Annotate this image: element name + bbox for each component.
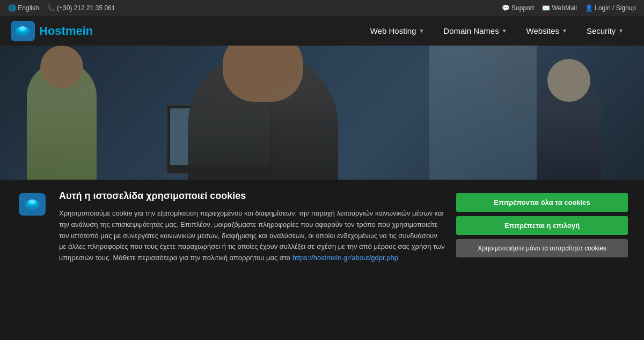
main-nav: Hostmein Web Hosting ▼ Domain Names ▼ We…: [0, 16, 644, 46]
essential-only-button[interactable]: Χρησιμοποιήστε μόνο τα απαραίτητα cookie…: [456, 239, 628, 257]
logo-area[interactable]: Hostmein: [11, 21, 93, 41]
cookie-banner: Αυτή η ιστοσελίδα χρησιμοποιεί cookies Χ…: [0, 180, 644, 340]
user-icon: 👤: [585, 4, 593, 12]
cookie-title: Αυτή η ιστοσελίδα χρησιμοποιεί cookies: [59, 190, 445, 202]
nav-security[interactable]: Security ▼: [577, 16, 633, 46]
globe-icon: 🌐: [8, 4, 16, 12]
cookie-content: Αυτή η ιστοσελίδα χρησιμοποιεί cookies Χ…: [59, 190, 445, 329]
chevron-down-icon: ▼: [502, 28, 507, 34]
gdpr-link[interactable]: https://hostmein.gr/about/gdpr.php: [292, 254, 398, 262]
chevron-down-icon: ▼: [618, 28, 624, 34]
email-icon: ✉️: [542, 4, 550, 12]
accept-selection-button[interactable]: Επιτρέπεται η επιλογή: [456, 216, 628, 235]
nav-menu: Web Hosting ▼ Domain Names ▼ Websites ▼ …: [361, 16, 633, 46]
logo-text: Hostmein: [39, 24, 93, 38]
phone-number: 📞 (+30) 212 21 35 061: [47, 4, 115, 12]
chevron-down-icon: ▼: [419, 28, 424, 34]
hostmein-logo-svg: [13, 24, 32, 39]
hero-image: [0, 46, 644, 180]
nav-web-hosting[interactable]: Web Hosting ▼: [361, 16, 434, 46]
nav-domain-names[interactable]: Domain Names ▼: [434, 16, 516, 46]
phone-icon: 📞: [47, 4, 55, 12]
nav-websites[interactable]: Websites ▼: [517, 16, 577, 46]
cookie-logo-box: [19, 193, 46, 216]
webmail-link[interactable]: ✉️ WebMail: [542, 4, 577, 12]
cookie-text: Χρησιμοποιούμε cookie για την εξατομίκευ…: [59, 208, 445, 264]
language-selector[interactable]: 🌐 English: [8, 4, 39, 12]
top-bar-left: 🌐 English 📞 (+30) 212 21 35 061: [8, 4, 115, 12]
svg-point-2: [19, 26, 26, 31]
svg-point-5: [29, 199, 35, 204]
hero-overlay: [0, 46, 644, 180]
cookie-logo: [16, 190, 48, 329]
top-bar: 🌐 English 📞 (+30) 212 21 35 061 💬 Suppor…: [0, 0, 644, 16]
support-link[interactable]: 💬 Support: [502, 4, 534, 12]
accept-all-button[interactable]: Επιτρέπονται όλα τα cookies: [456, 193, 628, 212]
cookie-logo-svg: [23, 197, 42, 212]
cookie-buttons: Επιτρέπονται όλα τα cookies Επιτρέπεται …: [456, 190, 628, 329]
login-link[interactable]: 👤 Login / Signup: [585, 4, 636, 12]
support-icon: 💬: [502, 4, 510, 12]
top-bar-right: 💬 Support ✉️ WebMail 👤 Login / Signup: [502, 4, 636, 12]
chevron-down-icon: ▼: [562, 28, 567, 34]
logo-icon: [11, 21, 35, 41]
